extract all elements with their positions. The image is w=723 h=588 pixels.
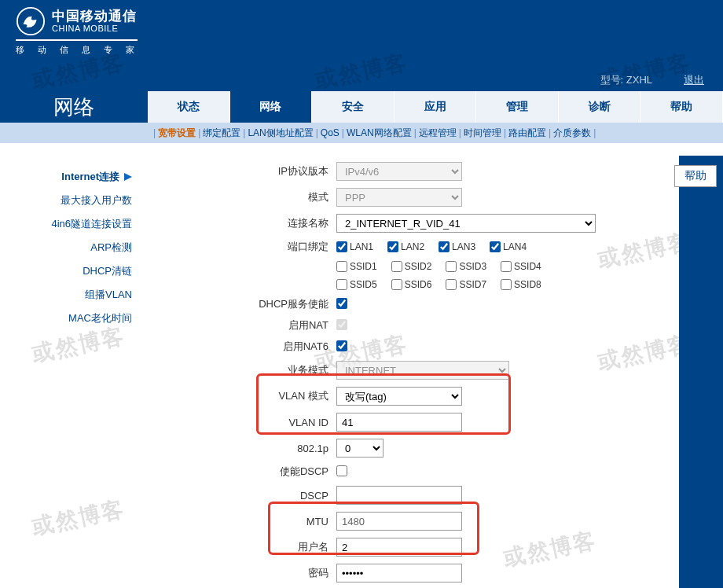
subnav-media[interactable]: 介质参数: [553, 127, 591, 140]
china-mobile-icon: [16, 6, 46, 36]
input-dscp[interactable]: [336, 486, 462, 505]
brand-logo: 中国移动通信 CHINA MOBILE: [16, 6, 707, 36]
label-vlanmode: VLAN 模式: [148, 389, 336, 403]
sidebar-item-tunnel[interactable]: 4in6隧道连接设置: [0, 212, 138, 236]
cb-dhcp-enable[interactable]: [336, 298, 347, 309]
cb-ssid8[interactable]: SSID8: [501, 279, 541, 290]
tab-manage[interactable]: 管理: [476, 91, 559, 123]
brand-name-cn: 中国移动通信: [52, 9, 137, 24]
cb-ssid6[interactable]: SSID6: [391, 279, 432, 290]
select-vlanmode[interactable]: 改写(tag): [336, 387, 462, 406]
subnav-qos[interactable]: QoS: [321, 127, 339, 138]
sidebar-item-maxuser[interactable]: 最大接入用户数: [0, 189, 138, 212]
subnav-remote[interactable]: 远程管理: [419, 127, 457, 140]
tab-app[interactable]: 应用: [395, 91, 477, 123]
cb-lan1[interactable]: LAN1: [336, 241, 373, 252]
info-bar: 型号: ZXHL 退出: [0, 69, 723, 91]
sidebar-item-dhcp[interactable]: DHCP清链: [0, 259, 138, 283]
select-dot1p[interactable]: 0: [336, 439, 384, 458]
label-pass: 密码: [148, 566, 336, 580]
label-dhcp-en: DHCP服务使能: [148, 297, 336, 311]
input-mtu[interactable]: [336, 512, 462, 531]
subnav-bind[interactable]: 绑定配置: [203, 127, 240, 140]
cb-nat[interactable]: [336, 319, 347, 330]
content-panel: 帮助 IP协议版本 IPv4/v6 模式 PPP 连接名称 2_INTERNET…: [148, 143, 723, 588]
nav-tabs: 状态 网络 安全 应用 管理 诊断 帮助: [148, 91, 723, 123]
cb-lan4[interactable]: LAN4: [490, 241, 527, 252]
label-dot1p: 802.1p: [148, 443, 336, 454]
tab-security[interactable]: 安全: [312, 91, 395, 123]
tab-help[interactable]: 帮助: [640, 91, 723, 123]
input-vlanid[interactable]: [336, 413, 462, 432]
subnav-time[interactable]: 时间管理: [464, 127, 501, 140]
page-title: 网络: [0, 91, 148, 123]
select-connection[interactable]: 2_INTERNET_R_VID_41: [336, 214, 596, 233]
label-vlanid: VLAN ID: [148, 417, 336, 428]
cb-ssid1[interactable]: SSID1: [336, 261, 377, 272]
label-ipver: IP协议版本: [148, 164, 336, 178]
tab-status[interactable]: 状态: [148, 91, 230, 123]
label-biz: 业务模式: [148, 363, 336, 377]
brand-slogan: 移 动 信 息 专 家: [16, 44, 707, 56]
main-nav: 网络 状态 网络 安全 应用 管理 诊断 帮助: [0, 91, 723, 123]
label-user: 用户名: [148, 540, 336, 554]
label-nat6: 启用NAT6: [148, 340, 336, 354]
tab-diag[interactable]: 诊断: [559, 91, 641, 123]
sub-nav: | 宽带设置| 绑定配置| LAN侧地址配置| QoS| WLAN网络配置| 远…: [0, 123, 723, 143]
header-banner: 中国移动通信 CHINA MOBILE 移 动 信 息 专 家: [0, 0, 723, 69]
label-conn: 连接名称: [148, 216, 336, 230]
label-portbind: 端口绑定: [148, 240, 336, 254]
input-username[interactable]: [336, 538, 462, 557]
cb-lan2[interactable]: LAN2: [387, 241, 424, 252]
cb-ssid3[interactable]: SSID3: [446, 261, 486, 272]
select-mode[interactable]: PPP: [336, 188, 462, 207]
cb-ssid2[interactable]: SSID2: [391, 261, 432, 272]
sidebar-item-macage[interactable]: MAC老化时间: [0, 307, 138, 330]
sidebar-item-arp[interactable]: ARP检测: [0, 236, 138, 259]
subnav-wlan[interactable]: WLAN网络配置: [347, 127, 412, 140]
label-mtu: MTU: [148, 516, 336, 527]
input-password[interactable]: [336, 564, 462, 582]
label-dscp-en: 使能DSCP: [148, 465, 336, 479]
sidebar-item-mvlan[interactable]: 组播VLAN: [0, 283, 138, 307]
subnav-broadband[interactable]: 宽带设置: [158, 127, 196, 140]
label-mode: 模式: [148, 190, 336, 204]
cb-nat6[interactable]: [336, 340, 347, 351]
help-button[interactable]: 帮助: [674, 165, 717, 187]
label-dscp: DSCP: [148, 490, 336, 502]
cb-ssid5[interactable]: SSID5: [336, 279, 377, 290]
sidebar-item-internet[interactable]: Internet连接: [0, 165, 138, 189]
select-biz[interactable]: INTERNET: [336, 361, 509, 380]
cb-lan3[interactable]: LAN3: [439, 241, 475, 252]
subnav-lan[interactable]: LAN侧地址配置: [248, 127, 313, 140]
brand-name-en: CHINA MOBILE: [52, 24, 137, 33]
subnav-route[interactable]: 路由配置: [508, 127, 546, 140]
logout-link[interactable]: 退出: [684, 73, 704, 87]
tab-network[interactable]: 网络: [230, 91, 313, 123]
model-info: 型号: ZXHL: [600, 73, 652, 87]
cb-ssid7[interactable]: SSID7: [446, 279, 486, 290]
label-nat: 启用NAT: [148, 318, 336, 333]
select-ipver[interactable]: IPv4/v6: [336, 162, 462, 181]
cb-ssid4[interactable]: SSID4: [501, 261, 541, 272]
sidebar: Internet连接 最大接入用户数 4in6隧道连接设置 ARP检测 DHCP…: [0, 143, 148, 588]
cb-dscp-en[interactable]: [336, 465, 347, 476]
